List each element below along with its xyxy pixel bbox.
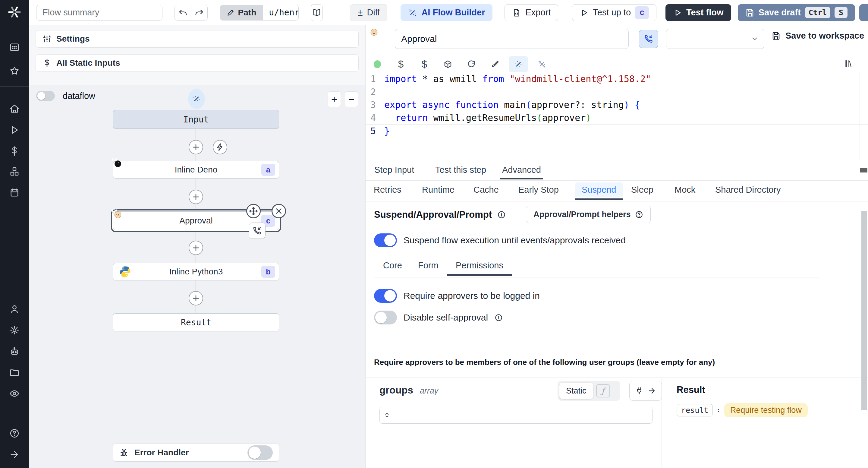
panel-scrollbar[interactable] bbox=[861, 211, 867, 410]
delete-step-button[interactable] bbox=[272, 204, 286, 218]
move-step-handle[interactable] bbox=[246, 204, 261, 218]
save-icon bbox=[772, 31, 781, 40]
error-handler-toggle[interactable] bbox=[247, 445, 273, 460]
subtab-retries[interactable]: Retries bbox=[374, 185, 401, 195]
diff-button[interactable]: ± Diff bbox=[350, 4, 387, 21]
subtab-sleep[interactable]: Sleep bbox=[631, 185, 653, 195]
expand-arrow-icon[interactable] bbox=[9, 449, 20, 460]
info-icon[interactable] bbox=[497, 210, 506, 219]
settings-gear-icon[interactable] bbox=[9, 325, 20, 335]
static-mode-button[interactable]: Static bbox=[559, 383, 593, 399]
package-button[interactable] bbox=[436, 60, 460, 69]
insert-step-button[interactable] bbox=[189, 291, 203, 305]
save-to-workspace-button[interactable]: Save to workspace bbox=[772, 31, 864, 41]
folders-icon[interactable] bbox=[9, 367, 20, 378]
result-title: Result bbox=[677, 384, 705, 395]
trigger-lightning-button[interactable] bbox=[213, 140, 227, 154]
status-dot bbox=[374, 60, 381, 68]
info-icon[interactable] bbox=[495, 314, 503, 322]
subtab-mock[interactable]: Mock bbox=[675, 185, 695, 195]
graph-ai-wand-button[interactable] bbox=[188, 89, 205, 109]
variables-button[interactable]: $ bbox=[389, 59, 412, 70]
result-key-chip[interactable]: result bbox=[677, 404, 713, 416]
tab-test-this-step[interactable]: Test this step bbox=[435, 165, 486, 179]
favorites-star-icon[interactable] bbox=[9, 66, 20, 76]
subtab-shared-directory[interactable]: Shared Directory bbox=[715, 185, 781, 195]
suspend-phone-button[interactable] bbox=[639, 30, 658, 48]
test-flow-button[interactable]: Test flow bbox=[665, 4, 731, 21]
flow-graph: dataflow + − Input TS Inline Deno a bbox=[29, 85, 365, 468]
path-label: Path bbox=[238, 8, 256, 18]
variables-icon[interactable] bbox=[9, 146, 20, 156]
graph-node-inline-deno[interactable]: TS Inline Deno a bbox=[113, 161, 279, 178]
subtab-early-stop[interactable]: Early Stop bbox=[518, 185, 559, 195]
all-static-inputs-row[interactable]: All Static Inputs bbox=[36, 54, 359, 72]
graph-node-inline-python[interactable]: Inline Python3 b bbox=[113, 263, 279, 281]
flow-summary-input[interactable] bbox=[36, 5, 162, 21]
schedules-icon[interactable] bbox=[9, 187, 20, 198]
ai-assistant-button[interactable] bbox=[509, 56, 528, 72]
code-editor[interactable]: 1import * as wmill from "windmill-client… bbox=[366, 72, 868, 161]
runs-icon[interactable] bbox=[9, 125, 20, 135]
subtab-runtime[interactable]: Runtime bbox=[422, 185, 455, 195]
test-up-to-button[interactable]: Test up to c bbox=[572, 4, 656, 21]
groups-multiselect-input[interactable] bbox=[379, 407, 652, 424]
editor-scrollbar[interactable] bbox=[860, 72, 868, 161]
resources-button[interactable]: $ bbox=[412, 59, 436, 70]
users-icon[interactable] bbox=[9, 304, 20, 314]
reload-button[interactable] bbox=[460, 60, 483, 69]
windmill-logo[interactable] bbox=[7, 4, 22, 20]
tab-advanced[interactable]: Advanced bbox=[502, 165, 541, 179]
result-panel: Result result : Require testing flow bbox=[670, 378, 857, 468]
graph-node-approval[interactable]: TS Approval c bbox=[113, 211, 279, 230]
tab-permissions[interactable]: Permissions bbox=[456, 261, 503, 270]
flow-settings-row[interactable]: Settings bbox=[36, 30, 359, 48]
sliders-icon bbox=[42, 34, 52, 43]
tab-step-input[interactable]: Step Input bbox=[374, 165, 414, 179]
zoom-in-button[interactable]: + bbox=[328, 91, 341, 107]
script-version-select[interactable] bbox=[666, 29, 764, 49]
help-icon[interactable] bbox=[9, 428, 20, 438]
suspend-toggle[interactable] bbox=[374, 233, 397, 247]
typescript-approval-icon: TS bbox=[119, 214, 131, 227]
ai-disable-button[interactable] bbox=[530, 60, 554, 69]
docs-book-button[interactable] bbox=[311, 4, 323, 21]
dataflow-toggle[interactable] bbox=[36, 91, 55, 101]
settings-label: Settings bbox=[56, 34, 90, 44]
zoom-out-button[interactable]: − bbox=[345, 91, 358, 107]
ai-bot-icon[interactable] bbox=[9, 346, 20, 356]
approval-prompt-helpers-button[interactable]: Approval/Prompt helpers bbox=[526, 206, 651, 223]
path-value[interactable]: u/henri/bes bbox=[263, 5, 299, 20]
deploy-button-cutoff[interactable] bbox=[859, 4, 868, 21]
tab-form[interactable]: Form bbox=[418, 261, 438, 270]
ai-flow-builder-button[interactable]: AI Flow Builder bbox=[401, 4, 493, 21]
subtab-cache[interactable]: Cache bbox=[473, 185, 499, 195]
library-button[interactable] bbox=[843, 59, 852, 68]
format-brush-button[interactable] bbox=[483, 60, 507, 69]
play-icon bbox=[673, 8, 682, 17]
require-login-toggle[interactable] bbox=[374, 289, 397, 303]
javascript-fx-button[interactable]: ƒ bbox=[596, 384, 610, 398]
python-icon bbox=[119, 265, 131, 278]
error-handler-row[interactable]: Error Handler bbox=[113, 444, 279, 462]
undo-button[interactable] bbox=[175, 5, 191, 20]
connect-input-button[interactable] bbox=[629, 381, 662, 401]
home-icon[interactable] bbox=[9, 104, 20, 114]
rail-divider bbox=[0, 86, 29, 87]
graph-node-result[interactable]: Result bbox=[113, 313, 279, 331]
apps-icon[interactable] bbox=[9, 42, 20, 53]
disable-self-approval-toggle[interactable] bbox=[374, 311, 397, 324]
redo-button[interactable] bbox=[191, 5, 207, 20]
subtab-suspend[interactable]: Suspend bbox=[575, 182, 623, 197]
insert-step-button[interactable] bbox=[189, 190, 203, 204]
export-button[interactable]: Export bbox=[504, 4, 558, 21]
insert-step-button[interactable] bbox=[189, 241, 203, 255]
audit-eye-icon[interactable] bbox=[9, 388, 20, 399]
tab-core[interactable]: Core bbox=[383, 261, 402, 270]
insert-step-button[interactable] bbox=[189, 140, 203, 154]
save-draft-button[interactable]: Save draft Ctrl S bbox=[738, 4, 855, 21]
resources-icon[interactable] bbox=[9, 167, 20, 177]
path-button[interactable]: Path bbox=[220, 5, 263, 20]
step-name-input[interactable] bbox=[395, 29, 629, 49]
graph-node-input[interactable]: Input bbox=[113, 110, 279, 129]
